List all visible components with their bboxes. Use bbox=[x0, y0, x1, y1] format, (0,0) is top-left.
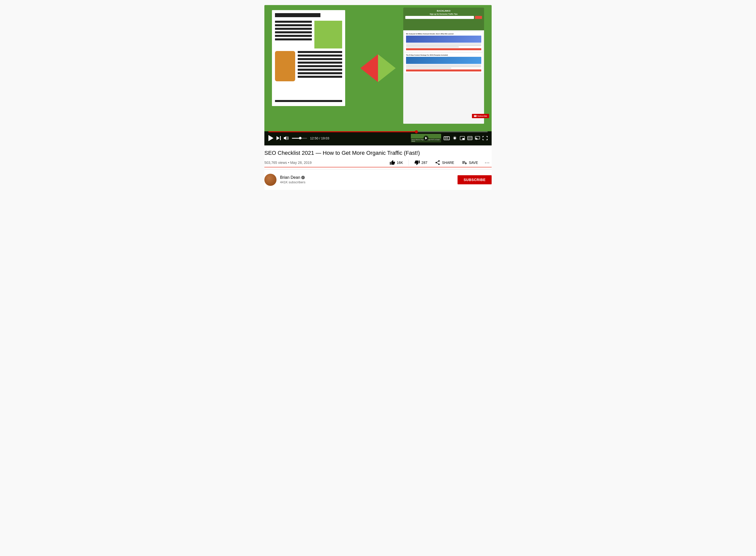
like-divider bbox=[409, 160, 409, 166]
arrows-group bbox=[360, 54, 396, 82]
current-time: 12:50 bbox=[310, 136, 318, 140]
wr-text-line bbox=[406, 45, 481, 46]
action-underline bbox=[264, 167, 492, 167]
video-thumbnail[interactable]: BACKLINKO Sign up for Exclusive Traffic … bbox=[264, 5, 492, 131]
fullscreen-icon bbox=[483, 136, 488, 140]
like-button[interactable]: 16K bbox=[387, 158, 406, 167]
controls-right: How to Rank on Page 1 of Google FAST (In… bbox=[411, 134, 488, 142]
wr-email-input bbox=[405, 16, 474, 19]
next-play-button[interactable] bbox=[423, 136, 428, 141]
wl-line bbox=[298, 55, 342, 57]
wr-text-line bbox=[406, 46, 459, 47]
chromecast-icon bbox=[475, 136, 480, 140]
like-count: 16K bbox=[397, 161, 403, 165]
video-info: SEO Checklist 2021 — How to Get More Org… bbox=[264, 145, 492, 170]
time-display: 12:50 / 19:03 bbox=[310, 136, 329, 140]
channel-subscribers: 441K subscribers bbox=[280, 180, 305, 184]
wr-article-btn-2 bbox=[406, 69, 481, 71]
view-count: 503,765 views bbox=[264, 161, 287, 165]
webpage-left-mockup bbox=[272, 10, 345, 106]
next-video-thumbnail[interactable]: How to Rank on Page 1 of Google FAST (In… bbox=[411, 134, 441, 142]
wr-body: We Analyzed 12 Million Outreach Emails. … bbox=[403, 30, 484, 76]
more-options-button[interactable]: ⋯ bbox=[483, 159, 492, 167]
cc-icon: CC bbox=[444, 136, 450, 140]
play-button[interactable] bbox=[268, 135, 273, 141]
skip-button[interactable] bbox=[276, 136, 281, 140]
channel-name-text[interactable]: Brian Dean bbox=[280, 175, 300, 180]
wr-header: BACKLINKO Sign up for Exclusive Traffic … bbox=[403, 8, 484, 30]
svg-rect-4 bbox=[468, 136, 472, 140]
svg-marker-0 bbox=[284, 136, 286, 140]
wr-article-title-1: We Analyzed 12 Million Outreach Emails. … bbox=[406, 33, 481, 35]
subscribe-overlay-button[interactable]: Subscribe bbox=[472, 114, 489, 118]
total-time: 19:03 bbox=[321, 136, 329, 140]
settings-button[interactable] bbox=[452, 136, 457, 141]
subscribe-overlay-label: Subscribe bbox=[477, 115, 487, 117]
theater-icon bbox=[468, 136, 473, 140]
volume-slider[interactable] bbox=[292, 138, 307, 139]
youtube-player-container: BACKLINKO Sign up for Exclusive Traffic … bbox=[264, 5, 492, 190]
wl-line bbox=[298, 69, 342, 71]
video-meta-row: 503,765 views • May 28, 2019 16K bbox=[264, 158, 492, 167]
wr-text-line bbox=[406, 66, 481, 67]
wr-header-title: Sign up for Exclusive Traffic Tips bbox=[430, 13, 457, 15]
wr-article-img-1 bbox=[406, 36, 481, 43]
play-icon bbox=[268, 135, 273, 141]
wl-lines-block bbox=[275, 21, 312, 48]
progress-bar-fill bbox=[268, 131, 416, 132]
wr-email-btn bbox=[475, 16, 482, 19]
save-button[interactable]: SAVE bbox=[459, 158, 481, 167]
volume-fill bbox=[292, 138, 300, 139]
chromecast-button[interactable] bbox=[475, 136, 480, 140]
avatar[interactable] bbox=[264, 174, 276, 186]
wr-logo: BACKLINKO bbox=[437, 10, 450, 12]
dislike-button[interactable]: 287 bbox=[411, 158, 430, 167]
fullscreen-button[interactable] bbox=[483, 136, 488, 140]
upload-date: May 28, 2019 bbox=[290, 161, 312, 165]
next-play-triangle bbox=[425, 137, 427, 139]
wr-article-btn-1 bbox=[406, 48, 481, 50]
wr-article-title-2: The 8-Step Content Strategy For 2019 [Te… bbox=[406, 54, 481, 56]
wl-line bbox=[298, 76, 342, 78]
arrows-overlay bbox=[360, 54, 396, 82]
share-label: SHARE bbox=[442, 161, 454, 165]
volume-icon bbox=[284, 136, 289, 140]
webpage-right-mockup: BACKLINKO Sign up for Exclusive Traffic … bbox=[403, 8, 484, 124]
wl-line bbox=[298, 72, 342, 74]
svg-rect-3 bbox=[462, 138, 465, 140]
wr-article-1: We Analyzed 12 Million Outreach Emails. … bbox=[405, 32, 483, 51]
svg-point-1 bbox=[454, 138, 455, 139]
channel-row: Brian Dean ✓ 441K subscribers SUBSCRIBE bbox=[264, 170, 492, 190]
thumbs-up-icon bbox=[390, 160, 395, 165]
arrow-right-green bbox=[378, 54, 396, 82]
subscribe-button[interactable]: SUBSCRIBE bbox=[457, 175, 492, 184]
wl-bottom-bar bbox=[275, 100, 342, 104]
cc-button[interactable]: CC bbox=[444, 136, 450, 140]
share-button[interactable]: SHARE bbox=[432, 158, 457, 167]
wl-orange-cat bbox=[275, 51, 295, 81]
video-actions: 16K 287 SHARE bbox=[387, 158, 492, 167]
video-controls: 12:50 / 19:03 How to Rank on Page 1 of G… bbox=[264, 131, 492, 145]
miniplayer-button[interactable] bbox=[460, 136, 465, 140]
channel-info: Brian Dean ✓ 441K subscribers bbox=[280, 175, 305, 184]
arrow-left-red bbox=[360, 54, 378, 82]
progress-bar[interactable] bbox=[268, 131, 488, 132]
verified-badge: ✓ bbox=[301, 176, 305, 179]
wl-line bbox=[298, 62, 342, 64]
wl-line bbox=[275, 24, 312, 26]
wl-line bbox=[275, 31, 312, 33]
wr-email-row bbox=[405, 16, 482, 19]
volume-button[interactable] bbox=[284, 136, 289, 140]
video-stats: 503,765 views • May 28, 2019 bbox=[264, 161, 312, 165]
theater-button[interactable] bbox=[468, 136, 473, 140]
wl-content-row-top bbox=[275, 21, 342, 48]
thumbs-down-icon bbox=[414, 160, 420, 165]
wr-article-img-2 bbox=[406, 57, 481, 64]
wl-line bbox=[298, 65, 342, 67]
dislike-count: 287 bbox=[421, 161, 427, 165]
wl-lines-right bbox=[298, 51, 342, 81]
video-title: SEO Checklist 2021 — How to Get More Org… bbox=[264, 149, 492, 157]
wl-line bbox=[275, 21, 312, 23]
controls-row: 12:50 / 19:03 How to Rank on Page 1 of G… bbox=[268, 132, 488, 144]
wr-text-line bbox=[406, 43, 481, 44]
